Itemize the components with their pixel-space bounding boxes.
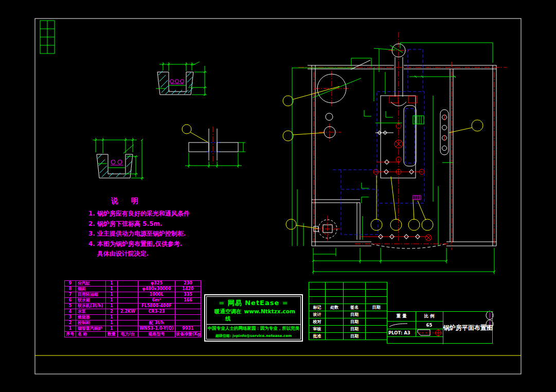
revision-grid bbox=[40, 21, 55, 54]
table-cell: 名 称 bbox=[76, 332, 106, 337]
table-cell: 1 bbox=[106, 287, 118, 292]
section-label-b2: B bbox=[385, 105, 389, 111]
table-cell: 电力/台 bbox=[118, 332, 138, 337]
table-cell: 8 bbox=[65, 287, 76, 292]
table-cell: 日用轻油箱 bbox=[76, 292, 106, 298]
slab-speckle bbox=[191, 144, 237, 151]
table-cell: 7 bbox=[65, 292, 76, 298]
equipment-zones bbox=[333, 170, 378, 235]
table-cell: φ480x30000 bbox=[138, 287, 175, 292]
table-cell: 1 bbox=[65, 326, 76, 332]
dim-label: 3500x1500 bbox=[400, 256, 423, 260]
table-row: 3燃烧器1 bbox=[65, 315, 201, 320]
table-cell: 9931 bbox=[175, 326, 201, 332]
angle-steel-label2: 间距三米一支 bbox=[132, 89, 153, 93]
dims-bb-right bbox=[125, 139, 144, 180]
pipes-aa bbox=[170, 80, 184, 84]
scale-value: 65 bbox=[416, 321, 443, 329]
table-cell: 烟管蒸汽锅炉 bbox=[76, 326, 106, 332]
table-cell: 软水机(3t/h) bbox=[76, 304, 106, 309]
dim-label: 25 bbox=[97, 135, 102, 139]
notes-block: 说 明 1. 锅炉房应有良好的采光和通风条件2. 锅炉房下弦标高 5.5m.3.… bbox=[88, 197, 232, 259]
note-line: 4. 本图为锅炉房布置图,仅供参考. bbox=[88, 239, 232, 250]
dim-label: 320 bbox=[132, 164, 136, 171]
dim-label: 1000 bbox=[318, 250, 328, 254]
table-cell: 166 bbox=[175, 298, 201, 304]
dim-label: 1500 bbox=[369, 82, 373, 93]
dim-label: 8000 bbox=[387, 266, 397, 271]
dim-label: 300 bbox=[111, 134, 118, 138]
notes-title: 说 明 bbox=[111, 197, 232, 206]
table-cell: 6m³ bbox=[138, 298, 175, 304]
table-cell: 1 bbox=[106, 298, 118, 304]
table-cell: 2.2KW bbox=[118, 309, 138, 315]
dim-label: 100 bbox=[224, 161, 232, 165]
section-flag-symbol bbox=[416, 50, 427, 58]
floor-plan: B B A A bbox=[283, 32, 507, 274]
callout-label: 1 bbox=[426, 223, 429, 228]
dim-label: Φ480 bbox=[381, 38, 392, 47]
callout-label: 2 bbox=[412, 223, 416, 228]
dim-label: 1200 bbox=[356, 54, 366, 58]
netease-title: = 网易 NetEase = bbox=[207, 298, 300, 308]
detail-chimney-title: 烟囱开孔详图 bbox=[199, 113, 229, 119]
table-row: 2控制柜1配 3t/h bbox=[65, 320, 201, 326]
table-cell bbox=[118, 298, 138, 304]
table-cell: 2 bbox=[106, 309, 118, 315]
dim-label: 1000 bbox=[299, 230, 303, 241]
callout-label: 6 bbox=[286, 99, 290, 104]
table-cell: 3 bbox=[65, 315, 76, 320]
table-cell: 1 bbox=[106, 326, 118, 332]
table-cell: φ325 bbox=[138, 281, 175, 287]
chimney-base-label: 烟囱基础 bbox=[409, 49, 423, 54]
netease-ad-box: = 网易 NetEase = 暖通空调在线 www.Ntktzx.com 中国专… bbox=[204, 294, 303, 342]
callout-label: 5 bbox=[286, 134, 290, 139]
table-cell: 设备净重(Kg) bbox=[175, 332, 201, 337]
table-cell: 控制柜 bbox=[76, 320, 106, 326]
column-squares bbox=[308, 63, 496, 247]
cover-plate-label: 盖板(t=6) bbox=[135, 141, 152, 146]
table-cell bbox=[175, 315, 201, 320]
netease-slogan: 中国专业人士的网络家园：因为专业，所以完美 bbox=[207, 326, 300, 332]
table-cell bbox=[118, 304, 138, 309]
table-cell bbox=[175, 309, 201, 315]
table-row: 7日用轻油箱11000L335 bbox=[65, 292, 201, 298]
table-cell: 4 bbox=[65, 309, 76, 315]
pipes-bb bbox=[111, 160, 123, 165]
table-cell: 230 bbox=[175, 281, 201, 287]
header-cell: 标记 bbox=[309, 304, 326, 311]
table-cell: 1 bbox=[106, 292, 118, 298]
table-cell bbox=[118, 326, 138, 332]
table-cell: 1 bbox=[106, 320, 118, 326]
dims-chimney bbox=[185, 142, 245, 168]
table-cell bbox=[118, 292, 138, 298]
walls bbox=[308, 65, 496, 248]
table-cell bbox=[118, 287, 138, 292]
callout-9: 9 bbox=[472, 120, 483, 131]
table-cell: FL5800-400F bbox=[138, 304, 175, 309]
netease-contact1: 超级信箱: jvpinfo@service.netease.com bbox=[207, 333, 300, 338]
table-cell: 6 bbox=[65, 298, 76, 304]
table-cell: 序号 bbox=[65, 332, 76, 337]
callout-label: 4 bbox=[375, 223, 378, 228]
notes-lines: 1. 锅炉房应有良好的采光和通风条件2. 锅炉房下弦标高 5.5m.3. 业主提… bbox=[88, 209, 232, 259]
table-cell: 2 bbox=[65, 320, 76, 326]
table-cell: 数量 bbox=[106, 332, 118, 337]
table-cell: 燃烧器 bbox=[76, 315, 106, 320]
approval-row: 校对 日期 bbox=[309, 318, 387, 326]
dim-label: 25 bbox=[163, 59, 168, 63]
dim-label: 2550 bbox=[330, 256, 340, 260]
cad-drawing-sheet: A-A管沟尺寸详图 25 500 25 bbox=[0, 0, 556, 392]
netease-site-url[interactable]: www.Ntktzx.com bbox=[244, 308, 295, 323]
detail-bb: B-B管沟尺寸详图 25 300 25 bbox=[75, 118, 152, 180]
note-line: 2. 锅炉房下弦标高 5.5m. bbox=[88, 219, 232, 229]
dim-label: 25 bbox=[127, 135, 132, 139]
title-block: 标记 处数 签名 日期 设计 日期 校对 日期 审核 日期 批准 日期 重 量 … bbox=[309, 282, 493, 344]
netease-site-name: 暖通空调在线 bbox=[212, 308, 244, 323]
table-row: 5软水机(3t/h)1FL5800-400F bbox=[65, 304, 201, 309]
dims-bb-top bbox=[93, 138, 137, 153]
chimney bbox=[392, 44, 423, 97]
table-cell: 5 bbox=[65, 304, 76, 309]
dim-label: 100 bbox=[195, 161, 203, 165]
dim-label: 1500x2000 bbox=[357, 218, 362, 239]
